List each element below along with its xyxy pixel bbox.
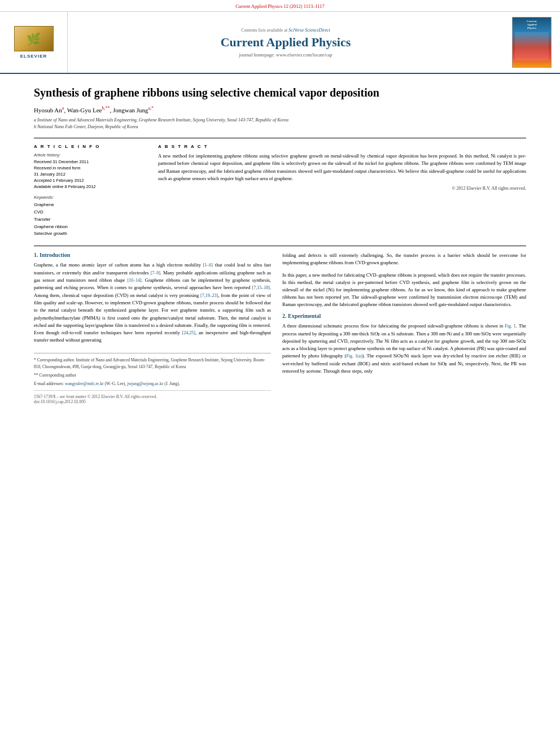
footnote-star1: * Corresponding author. Institute of Nan… <box>34 357 271 370</box>
footnote-section: * Corresponding author. Institute of Nan… <box>34 353 271 387</box>
intro-para-right2: In this paper, a new method for fabricat… <box>282 272 526 309</box>
online-date: Available online 8 February 2012 <box>34 184 147 189</box>
author-wangyu: Wan-Gyu Lee <box>67 107 102 113</box>
revised-date: 31 January 2012 <box>34 172 147 177</box>
paper-title: Synthesis of graphene ribbons using sele… <box>34 85 526 100</box>
issn-line: 1567-1739/$ – see front matter © 2012 El… <box>34 394 271 399</box>
citation-text: Current Applied Physics 12 (2012) 1113–1… <box>235 3 325 9</box>
body-content: 1. Introduction Graphene, a flat mono at… <box>34 246 526 404</box>
cover-decoration <box>515 32 549 60</box>
main-content: Synthesis of graphene ribbons using sele… <box>0 74 560 416</box>
contents-text: Contents lists available at <box>241 28 287 33</box>
email-wangyu-name: (W.-G. Lee), <box>104 381 127 386</box>
history-label: Article history: <box>34 152 147 158</box>
article-info-label: A R T I C L E I N F O <box>34 144 147 149</box>
footer-bar: 1567-1739/$ – see front matter © 2012 El… <box>34 390 271 404</box>
received-date: Received 31 December 2011 <box>34 159 147 164</box>
article-info-col: A R T I C L E I N F O Article history: R… <box>34 144 147 238</box>
keyword-2: CVD <box>34 209 147 216</box>
abstract-col: A B S T R A C T A new method for impleme… <box>158 144 526 238</box>
intro-para-right1: folding and defects is still extremely c… <box>282 252 526 267</box>
accepted-date: Accepted 1 February 2012 <box>34 178 147 183</box>
keyword-4: Graphene ribbon <box>34 224 147 231</box>
section1-heading: 1. Introduction <box>34 252 271 258</box>
keyword-3: Transfer <box>34 216 147 224</box>
elsevier-logo: ELSEVIER <box>14 26 54 59</box>
affil-b: b National Nano Fab Center, Daejeon, Rep… <box>34 124 526 131</box>
revised-label: Received in revised form <box>34 165 147 171</box>
keywords-label: Keywords: <box>34 195 147 200</box>
doi-line: doi:10.1016/j.cap.2012.02.005 <box>34 399 271 404</box>
author-jongwan: Jongwan Jung <box>113 107 148 113</box>
elsevier-text: ELSEVIER <box>20 54 47 59</box>
keywords-section: Keywords: Graphene CVD Transfer Graphene… <box>34 195 147 238</box>
affil-a: a Institute of Nano and Advanced Materia… <box>34 117 526 124</box>
authors-line: Hyosub Ana, Wan-Gyu Leeb,**, Jongwan Jun… <box>34 106 526 113</box>
copyright-line: © 2012 Elsevier B.V. All rights reserved… <box>158 186 526 191</box>
section2-para: A three dimensional schematic process fl… <box>282 322 526 375</box>
sciverse-link[interactable]: Contents lists available at SciVerse Sci… <box>241 28 330 33</box>
footnote-email: E-mail addresses: wangyulee@nnfc.re.kr (… <box>34 381 271 387</box>
journal-homepage: journal homepage: www.elsevier.com/locat… <box>239 52 332 58</box>
elsevier-logo-area: ELSEVIER <box>0 12 68 73</box>
journal-title: Current Applied Physics <box>221 35 351 50</box>
journal-cover-area: CurrentAppliedPhysics <box>504 12 560 73</box>
email-jongwan-name: (J. Jung). <box>164 381 180 386</box>
abstract-label: A B S T R A C T <box>158 144 526 149</box>
abstract-text: A new method for implementing graphene r… <box>158 152 526 182</box>
citation-bar: Current Applied Physics 12 (2012) 1113–1… <box>0 0 560 12</box>
email-wangyu[interactable]: wangyulee@nnfc.re.kr <box>65 381 104 386</box>
cover-title: CurrentAppliedPhysics <box>527 20 536 30</box>
journal-header: ELSEVIER Contents lists available at Sci… <box>0 12 560 74</box>
email-jongwan[interactable]: jwjung@sejong.ac.kr <box>127 381 163 386</box>
elsevier-emblem <box>14 26 54 51</box>
email-label: E-mail addresses: <box>34 381 65 386</box>
intro-para1: Graphene, a flat mono atomic layer of ca… <box>34 261 271 344</box>
journal-header-center: Contents lists available at SciVerse Sci… <box>68 12 504 73</box>
keyword-1: Graphene <box>34 202 147 209</box>
article-info-abstract: A R T I C L E I N F O Article history: R… <box>34 138 526 238</box>
body-left-col: 1. Introduction Graphene, a flat mono at… <box>34 252 271 404</box>
sciverse-text: SciVerse ScienceDirect <box>288 28 330 33</box>
footnote-star2: ** Corresponding author <box>34 372 271 378</box>
affiliations: a Institute of Nano and Advanced Materia… <box>34 117 526 132</box>
section2-heading: 2. Experimental <box>282 313 526 319</box>
body-right-col: folding and defects is still extremely c… <box>282 252 526 404</box>
journal-cover-image: CurrentAppliedPhysics <box>512 17 552 68</box>
keyword-5: Selective growth <box>34 230 147 238</box>
author-hyosub: Hyosub An <box>34 107 62 113</box>
